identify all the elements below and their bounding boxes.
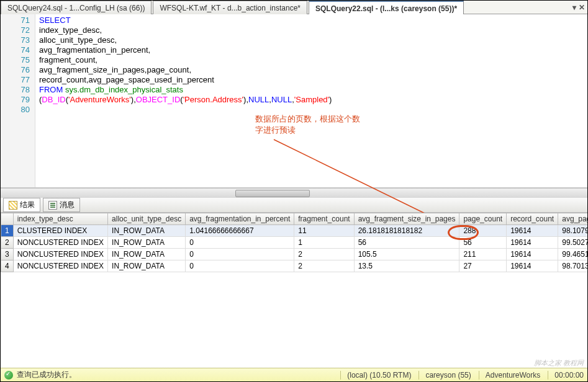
cell[interactable]: 98.7013713862: [558, 260, 587, 272]
cell[interactable]: 98.1079194465: [558, 225, 587, 237]
results-tabbar: 结果 消息: [1, 198, 587, 213]
col-header[interactable]: alloc_unit_type_desc: [108, 213, 186, 225]
status-server: (local) (10.50 RTM): [340, 371, 411, 380]
cell[interactable]: 99.5027180627: [558, 237, 587, 249]
scroll-thumb[interactable]: [235, 190, 310, 197]
messages-tab-label: 消息: [60, 200, 75, 210]
cell[interactable]: 0: [186, 249, 294, 260]
status-right: (local) (10.50 RTM) careyson (55) Advent…: [340, 371, 584, 380]
cell[interactable]: 11: [294, 225, 354, 237]
col-header[interactable]: avg_fragmentation_in_percent: [186, 213, 294, 225]
cell[interactable]: NONCLUSTERED INDEX: [13, 260, 107, 272]
sql-editor[interactable]: SELECTindex_type_desc,alloc_unit_type_de…: [35, 14, 587, 187]
col-header[interactable]: page_count: [459, 213, 507, 225]
cell[interactable]: 56: [354, 237, 459, 249]
status-user: careyson (55): [418, 371, 471, 380]
col-header[interactable]: avg_page_space: [558, 213, 587, 225]
cell[interactable]: IN_ROW_DATA: [108, 237, 186, 249]
table-row[interactable]: 2NONCLUSTERED INDEXIN_ROW_DATA0156561961…: [1, 237, 588, 249]
cell[interactable]: 0: [186, 260, 294, 272]
cell[interactable]: 1.04166666666667: [186, 225, 294, 237]
results-grid[interactable]: index_type_descalloc_unit_type_descavg_f…: [1, 213, 587, 272]
messages-icon: [48, 201, 57, 210]
cell[interactable]: 19614: [507, 225, 558, 237]
tab-sqlquery22[interactable]: SQLQuery22.sql - (l...ks (careyson (55))…: [309, 1, 464, 14]
col-header[interactable]: [1, 213, 14, 225]
cell[interactable]: 1: [294, 237, 354, 249]
cell[interactable]: IN_ROW_DATA: [108, 260, 186, 272]
status-db: AdventureWorks: [479, 371, 540, 380]
cell[interactable]: 26.1818181818182: [354, 225, 459, 237]
cell[interactable]: NONCLUSTERED INDEX: [13, 237, 107, 249]
col-header[interactable]: avg_fragment_size_in_pages: [354, 213, 459, 225]
cell[interactable]: NONCLUSTERED INDEX: [13, 249, 107, 260]
status-success-icon: [4, 371, 13, 380]
results-grid-icon: [9, 201, 17, 210]
document-tabs: SQLQuery24.sql - 1...Config_LH (sa (66))…: [1, 1, 587, 14]
row-number[interactable]: 2: [1, 237, 14, 249]
cell[interactable]: 13.5: [354, 260, 459, 272]
cell[interactable]: IN_ROW_DATA: [108, 225, 186, 237]
cell[interactable]: 56: [459, 237, 507, 249]
cell[interactable]: 27: [459, 260, 507, 272]
table-row[interactable]: 1CLUSTERED INDEXIN_ROW_DATA1.04166666666…: [1, 225, 588, 237]
tab-sqlquery24[interactable]: SQLQuery24.sql - 1...Config_LH (sa (66)): [1, 1, 152, 14]
row-number[interactable]: 3: [1, 249, 14, 260]
row-number[interactable]: 4: [1, 260, 14, 272]
col-header[interactable]: fragment_count: [294, 213, 354, 225]
results-tab-label: 结果: [20, 200, 35, 210]
editor-hscrollbar[interactable]: [1, 188, 587, 198]
cell[interactable]: 211: [459, 249, 507, 260]
col-header[interactable]: record_count: [507, 213, 558, 225]
tab-controls: ▾ ✕: [572, 3, 587, 12]
watermark: 脚本之家 教程网: [534, 358, 584, 368]
results-tab[interactable]: 结果: [3, 198, 40, 212]
line-gutter: 71727374757677787980: [1, 14, 35, 187]
cell[interactable]: 2: [294, 260, 354, 272]
status-message: 查询已成功执行。: [17, 370, 76, 380]
cell[interactable]: 99.4651717321: [558, 249, 587, 260]
cell[interactable]: 19614: [507, 249, 558, 260]
col-header[interactable]: index_type_desc: [13, 213, 107, 225]
tab-menu-icon[interactable]: ▾: [572, 3, 576, 12]
cell[interactable]: 19614: [507, 237, 558, 249]
close-tab-icon[interactable]: ✕: [579, 3, 585, 12]
table-row[interactable]: 4NONCLUSTERED INDEXIN_ROW_DATA0213.52719…: [1, 260, 588, 272]
table-row[interactable]: 3NONCLUSTERED INDEXIN_ROW_DATA02105.5211…: [1, 249, 588, 260]
cell[interactable]: 0: [186, 237, 294, 249]
tab-wfsql[interactable]: WFSQL-KT.wf_KT - d...b_action_instance*: [153, 1, 307, 14]
cell[interactable]: 2: [294, 249, 354, 260]
cell[interactable]: CLUSTERED INDEX: [13, 225, 107, 237]
cell[interactable]: 19614: [507, 260, 558, 272]
results-grid-wrap[interactable]: index_type_descalloc_unit_type_descavg_f…: [1, 213, 587, 359]
editor-pane: 71727374757677787980 SELECTindex_type_de…: [1, 14, 587, 195]
status-bar: 查询已成功执行。 (local) (10.50 RTM) careyson (5…: [1, 368, 587, 381]
cell[interactable]: 288: [459, 225, 507, 237]
cell[interactable]: 105.5: [354, 249, 459, 260]
cell[interactable]: IN_ROW_DATA: [108, 249, 186, 260]
status-time: 00:00:00: [548, 371, 584, 380]
row-number[interactable]: 1: [1, 225, 14, 237]
messages-tab[interactable]: 消息: [43, 198, 80, 212]
